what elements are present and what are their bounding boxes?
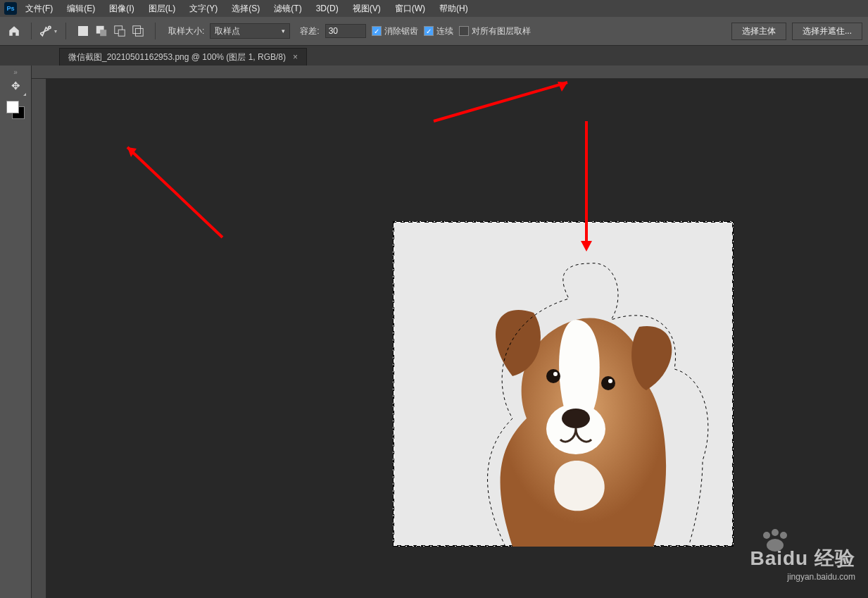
svg-point-21 [780,532,787,539]
watermark-url: jingyan.baidu.com [750,572,855,582]
dog-selection-outline [393,221,734,547]
select-and-mask-button[interactable]: 选择并遮住... [792,23,862,40]
svg-point-19 [763,532,770,539]
home-icon[interactable] [6,23,23,39]
svg-rect-5 [133,26,141,34]
sample-size-value: 取样点 [215,25,240,37]
annotation-arrow-2 [427,79,581,128]
menu-layer[interactable]: 图层(L) [143,1,182,17]
document-tab[interactable]: 微信截图_20210501162953.png @ 100% (图层 1, RG… [59,48,307,66]
close-tab-icon[interactable]: × [293,52,298,62]
svg-point-0 [49,26,51,28]
document-tab-title: 微信截图_20210501162953.png @ 100% (图层 1, RG… [68,51,286,63]
svg-point-20 [772,529,779,536]
svg-rect-4 [118,30,125,36]
document-tabs: 微信截图_20210501162953.png @ 100% (图层 1, RG… [0,46,868,66]
menu-select[interactable]: 选择(S) [226,1,265,17]
watermark-brand: Baidu 经验 [750,545,855,572]
selection-intersect-icon[interactable] [130,23,146,39]
svg-rect-2 [100,30,106,36]
sample-size-label: 取样大小: [168,25,204,37]
options-bar: ▾ 取样大小: 取样点 ▾ 容差: ✓消除锯齿 ✓连续 对所有图层取样 选择主体… [0,17,868,46]
menu-file[interactable]: 文件(F) [20,1,58,17]
selection-add-icon[interactable] [93,23,110,39]
tolerance-input[interactable] [325,24,366,38]
canvas-area[interactable]: Baidu 经验 jingyan.baidu.com [46,79,868,598]
menu-help[interactable]: 帮助(H) [434,1,474,17]
app-logo: Ps [4,2,17,15]
selection-subtract-icon[interactable] [111,23,128,39]
all-layers-checkbox[interactable]: 对所有图层取样 [459,25,531,37]
chevron-down-icon: ▾ [282,27,285,35]
toolbox: » ✥ [0,66,32,598]
document-image[interactable] [393,221,734,547]
antialias-checkbox[interactable]: ✓消除锯齿 [372,25,418,37]
tolerance-label: 容差: [300,25,319,37]
menu-3d[interactable]: 3D(D) [310,1,344,15]
sample-size-dropdown[interactable]: 取样点 ▾ [210,23,290,39]
menu-type[interactable]: 文字(Y) [184,1,223,17]
svg-rect-6 [135,28,143,36]
toolbox-expand-icon[interactable]: » [0,68,31,75]
menu-window[interactable]: 窗口(W) [389,1,431,17]
svg-line-15 [434,82,567,121]
menu-bar: Ps 文件(F) 编辑(E) 图像(I) 图层(L) 文字(Y) 选择(S) 滤… [0,0,868,17]
svg-marker-14 [127,147,137,157]
tool-preset-icon[interactable]: ▾ [40,23,57,39]
horizontal-ruler[interactable] [46,66,868,79]
menu-filter[interactable]: 滤镜(T) [268,1,307,17]
foreground-background-colors[interactable] [5,99,26,120]
select-subject-button[interactable]: 选择主体 [731,23,786,40]
menu-image[interactable]: 图像(I) [103,1,139,17]
selection-new-icon[interactable] [75,23,92,39]
menu-view[interactable]: 视图(V) [347,1,386,17]
selection-mode-group [75,23,146,39]
svg-marker-16 [558,82,567,92]
watermark: Baidu 经验 jingyan.baidu.com [750,545,855,582]
foreground-color-swatch[interactable] [6,101,19,113]
contiguous-checkbox[interactable]: ✓连续 [424,25,453,37]
annotation-arrow-1 [117,139,229,244]
ruler-origin[interactable] [32,66,46,79]
svg-line-13 [127,147,222,237]
vertical-ruler[interactable] [32,79,46,598]
move-tool[interactable]: ✥ [4,75,27,96]
menu-edit[interactable]: 编辑(E) [61,1,101,17]
